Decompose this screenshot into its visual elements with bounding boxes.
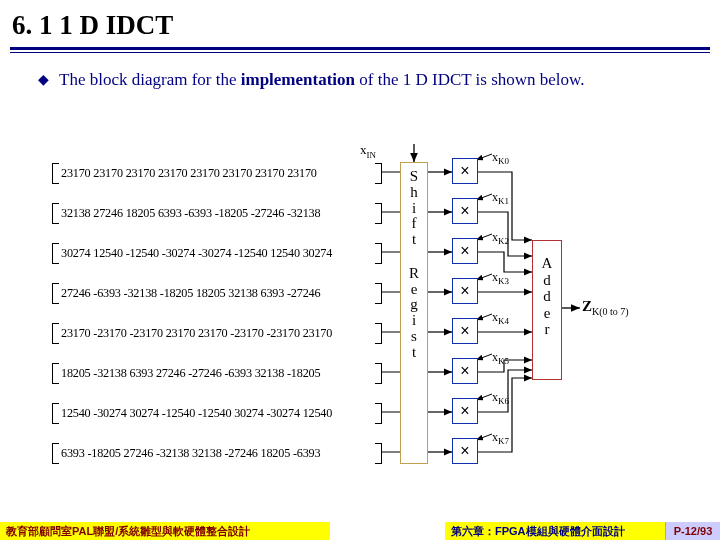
matrix-row: 23170 -23170 -23170 23170 23170 -23170 -… — [52, 324, 382, 342]
mult-input-label: xK7 — [492, 430, 509, 446]
bullet-icon: ◆ — [38, 71, 49, 89]
matrix-row: 23170 23170 23170 23170 23170 23170 2317… — [52, 164, 382, 182]
multiplier: × — [452, 198, 478, 224]
slide-footer: 教育部顧問室PAL聯盟/系統雛型與軟硬體整合設計 第六章：FPGA模組與硬體介面… — [0, 522, 720, 540]
adder-block: A d d e r — [532, 240, 562, 380]
matrix-row: 27246 -6393 -32138 -18205 18205 32138 63… — [52, 284, 382, 302]
matrix-row: 32138 27246 18205 6393 -6393 -18205 -272… — [52, 204, 382, 222]
svg-line-23 — [476, 394, 492, 400]
svg-line-17 — [476, 154, 492, 160]
footer-spacer — [330, 522, 445, 540]
bullet-text: The block diagram for the implementation… — [59, 69, 585, 90]
mult-input-label: xK0 — [492, 150, 509, 166]
footer-page: P-12/93 — [665, 522, 720, 540]
mult-input-label: xK6 — [492, 390, 509, 406]
shift-register-block: S h i f t R e g i s t — [400, 162, 428, 464]
input-label: xIN — [360, 142, 376, 160]
matrix-row: 6393 -18205 27246 -32138 32138 -27246 18… — [52, 444, 382, 462]
mult-input-label: xK1 — [492, 190, 509, 206]
mult-input-label: xK3 — [492, 270, 509, 286]
matrix-row: 30274 12540 -12540 -30274 -30274 -12540 … — [52, 244, 382, 262]
svg-line-20 — [476, 274, 492, 280]
block-diagram: xIN 23170 23170 23170 23170 23170 23170 … — [52, 140, 672, 500]
multiplier: × — [452, 238, 478, 264]
output-label: ZK(0 to 7) — [582, 298, 629, 317]
svg-line-18 — [476, 194, 492, 200]
divider-thick — [10, 47, 710, 50]
mult-input-label: xK5 — [492, 350, 509, 366]
footer-left: 教育部顧問室PAL聯盟/系統雛型與軟硬體整合設計 — [0, 522, 330, 540]
multiplier: × — [452, 398, 478, 424]
multiplier: × — [452, 438, 478, 464]
multiplier: × — [452, 358, 478, 384]
matrix-row: 18205 -32138 6393 27246 -27246 -6393 321… — [52, 364, 382, 382]
mult-input-label: xK4 — [492, 310, 509, 326]
slide-title: 6. 1 1 D IDCT — [12, 10, 708, 41]
multiplier: × — [452, 158, 478, 184]
svg-line-21 — [476, 314, 492, 320]
footer-right: 第六章：FPGA模組與硬體介面設計 — [445, 522, 665, 540]
svg-line-24 — [476, 434, 492, 440]
multiplier: × — [452, 278, 478, 304]
slide-body: ◆ The block diagram for the implementati… — [0, 53, 720, 90]
mult-input-label: xK2 — [492, 230, 509, 246]
svg-line-22 — [476, 354, 492, 360]
slide-header: 6. 1 1 D IDCT — [0, 0, 720, 45]
svg-line-19 — [476, 234, 492, 240]
matrix-row: 12540 -30274 30274 -12540 -12540 30274 -… — [52, 404, 382, 422]
multiplier: × — [452, 318, 478, 344]
